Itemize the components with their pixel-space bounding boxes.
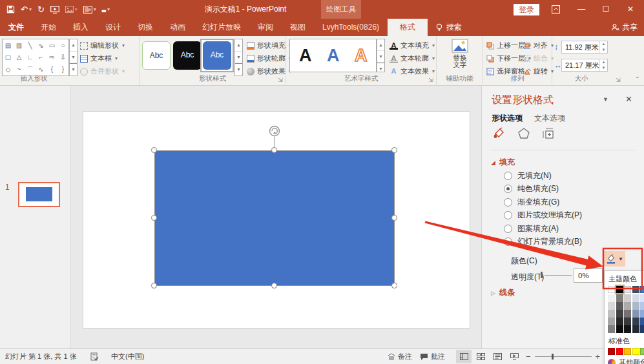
tab-format-active[interactable]: 格式 xyxy=(388,19,428,36)
notes-button[interactable]: 备注 xyxy=(388,349,412,364)
line-section-header[interactable]: ▷线条 xyxy=(491,287,515,298)
resize-handle-s[interactable] xyxy=(271,283,277,288)
shape-gallery-item-8[interactable]: ∟ xyxy=(25,52,36,64)
pane-tab-text-options[interactable]: 文本选项 xyxy=(534,113,565,124)
shape-gallery-item-2[interactable]: ╲ xyxy=(25,39,36,52)
fill-option-3[interactable]: 图片或纹理填充(P) xyxy=(504,209,582,223)
share-button[interactable]: 共享 xyxy=(611,19,638,36)
zoom-slider[interactable] xyxy=(535,356,592,357)
variant-color-0-3[interactable] xyxy=(632,294,639,302)
wordart-dialog-launcher-icon[interactable]: ⇲ xyxy=(428,77,434,83)
start-slideshow-icon[interactable] xyxy=(50,6,59,14)
standard-color-1[interactable] xyxy=(616,348,623,355)
variant-color-0-1[interactable] xyxy=(616,294,623,302)
variant-color-4-2[interactable] xyxy=(624,325,631,333)
theme-color-0[interactable] xyxy=(608,286,615,293)
fill-option-4[interactable]: 图案填充(A) xyxy=(504,222,582,236)
standard-color-2[interactable] xyxy=(624,348,631,355)
theme-color-1[interactable] xyxy=(616,286,623,293)
variant-color-4-4[interactable] xyxy=(640,325,644,333)
variant-color-4-1[interactable] xyxy=(616,325,623,333)
resize-handle-sw[interactable] xyxy=(151,283,157,288)
shape-style-preview-3[interactable]: Abc xyxy=(203,41,231,70)
text-box-button[interactable]: 文本框▾ xyxy=(80,54,118,63)
redo-icon[interactable]: ↻ xyxy=(37,5,45,14)
shape-width-field[interactable]: 21.17 厘米 ▲▼ xyxy=(561,59,608,72)
radio-icon[interactable] xyxy=(504,185,512,193)
theme-color-3[interactable] xyxy=(632,286,639,293)
transparency-slider-track[interactable] xyxy=(545,275,572,276)
shape-gallery-item-6[interactable]: ▢ xyxy=(3,52,14,64)
wordart-preview-1[interactable]: A xyxy=(299,46,312,66)
variant-color-3-1[interactable] xyxy=(616,318,623,325)
text-outline-button[interactable]: A 文本轮廓▾ xyxy=(390,54,435,63)
fill-option-2[interactable]: 渐变填充(G) xyxy=(504,196,582,209)
radio-icon[interactable] xyxy=(504,211,512,219)
variant-color-1-3[interactable] xyxy=(632,302,639,310)
tab-item-2[interactable]: 插入 xyxy=(65,19,97,36)
theme-color-4[interactable] xyxy=(640,286,644,293)
slide-sorter-view-button[interactable] xyxy=(473,350,488,363)
standard-color-0[interactable] xyxy=(608,348,615,355)
radio-icon[interactable] xyxy=(504,198,512,207)
zoom-out-icon[interactable]: − xyxy=(526,352,531,361)
shape-style-scroll[interactable]: ▲▼▼ xyxy=(234,39,243,76)
shape-fill-button[interactable]: 形状填充▾ xyxy=(247,41,291,50)
shape-gallery-item-3[interactable]: ⇘ xyxy=(36,39,47,52)
shape-gallery-item-4[interactable]: ▭ xyxy=(47,39,57,52)
variant-color-1-4[interactable] xyxy=(640,302,644,310)
fill-option-0[interactable]: 无填充(N) xyxy=(504,169,582,183)
rotation-handle[interactable] xyxy=(265,123,285,142)
pane-close-icon[interactable]: ✕ xyxy=(625,94,632,104)
shape-style-preview-2[interactable]: Abc xyxy=(173,41,202,70)
variant-color-2-4[interactable] xyxy=(640,310,644,318)
slide-thumbnail[interactable] xyxy=(18,182,60,207)
normal-view-button[interactable] xyxy=(456,350,472,363)
resize-handle-se[interactable] xyxy=(391,283,397,288)
zoom-slider-thumb[interactable] xyxy=(552,354,554,359)
comments-button[interactable]: 批注 xyxy=(420,349,445,364)
variant-color-2-0[interactable] xyxy=(608,310,615,318)
shape-styles-dialog-launcher-icon[interactable]: ⇲ xyxy=(277,77,284,83)
resize-handle-nw[interactable] xyxy=(151,147,157,153)
collapse-ribbon-icon[interactable]: ⌃ xyxy=(635,76,640,83)
pane-menu-icon[interactable]: ▼ xyxy=(603,96,608,103)
tab-item-4[interactable]: 切换 xyxy=(129,19,161,36)
tab-item-5[interactable]: 动画 xyxy=(161,19,194,36)
standard-color-3[interactable] xyxy=(632,348,639,355)
merge-shapes-button[interactable]: 合并形状▾ xyxy=(80,66,125,76)
fill-section-header[interactable]: ◢填充 xyxy=(491,157,515,168)
shape-gallery-item-1[interactable]: ▥ xyxy=(14,39,25,52)
more-colors-item[interactable]: 其他颜色 xyxy=(608,358,644,364)
language-indicator[interactable]: 中文(中国) xyxy=(111,349,144,364)
variant-color-0-4[interactable] xyxy=(640,294,644,302)
variant-color-1-0[interactable] xyxy=(608,302,615,310)
tab-item-7[interactable]: 审阅 xyxy=(249,19,282,36)
shape-gallery-item-0[interactable]: ▤ xyxy=(3,39,14,52)
group-button[interactable]: 组合▾ xyxy=(523,54,554,63)
wordart-scroll[interactable]: ▲▼▼ xyxy=(377,39,385,72)
wordart-preview-3[interactable]: A xyxy=(355,46,368,66)
radio-icon[interactable] xyxy=(504,172,512,180)
resize-handle-w[interactable] xyxy=(151,215,157,221)
shape-gallery-item-10[interactable]: ⇨ xyxy=(47,52,57,64)
shape-gallery-item-7[interactable]: △ xyxy=(14,52,25,64)
shape-gallery-item-5[interactable]: ○ xyxy=(57,39,68,52)
shape-gallery-scroll[interactable]: ▲▼▼ xyxy=(69,39,78,76)
insert-picture-icon[interactable]: ▾ xyxy=(65,6,78,13)
variant-color-2-1[interactable] xyxy=(616,310,623,318)
tab-item-0[interactable]: 文件 xyxy=(0,19,32,36)
alt-text-button[interactable]: 替换 文字 xyxy=(445,39,475,75)
theme-color-2[interactable] xyxy=(624,286,631,293)
tab-item-1[interactable]: 开始 xyxy=(32,19,65,36)
pane-tab-shape-options[interactable]: 形状选项 xyxy=(492,113,523,124)
size-properties-icon[interactable] xyxy=(542,127,555,140)
close-button[interactable]: ✕ xyxy=(621,0,640,19)
fill-option-5[interactable]: 幻灯片背景填充(B) xyxy=(504,236,582,249)
wordart-preview-2[interactable]: A xyxy=(327,46,340,66)
variant-color-4-0[interactable] xyxy=(608,325,615,333)
undo-icon[interactable]: ↶▾ xyxy=(21,5,32,14)
align-button[interactable]: 对齐▾ xyxy=(523,41,554,50)
slideshow-view-button[interactable] xyxy=(506,350,522,363)
search-control[interactable]: 搜索 xyxy=(428,19,470,36)
